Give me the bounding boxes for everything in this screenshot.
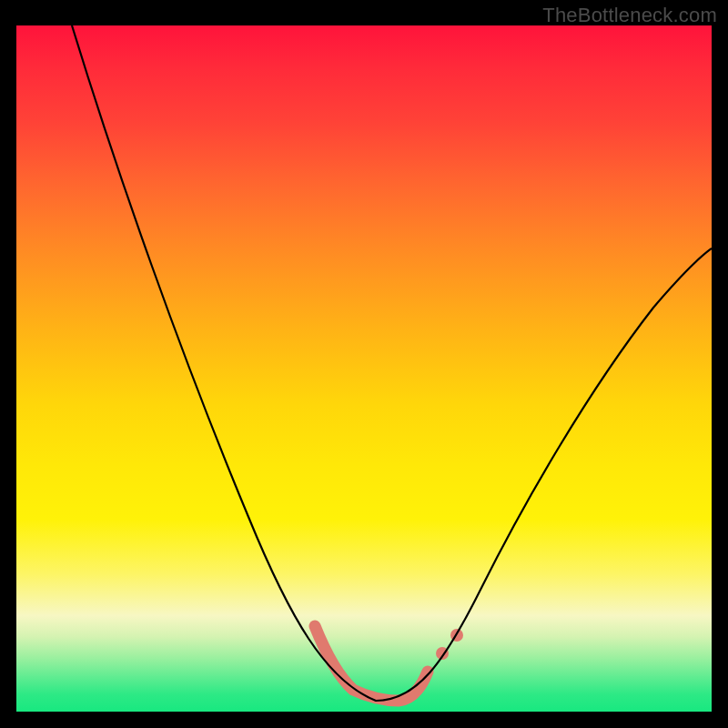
curve-overlay xyxy=(16,25,712,712)
chart-frame: TheBottleneck.com xyxy=(0,0,728,728)
watermark-text: TheBottleneck.com xyxy=(542,4,717,27)
plot-area xyxy=(16,25,712,712)
bottleneck-curve xyxy=(72,25,712,701)
